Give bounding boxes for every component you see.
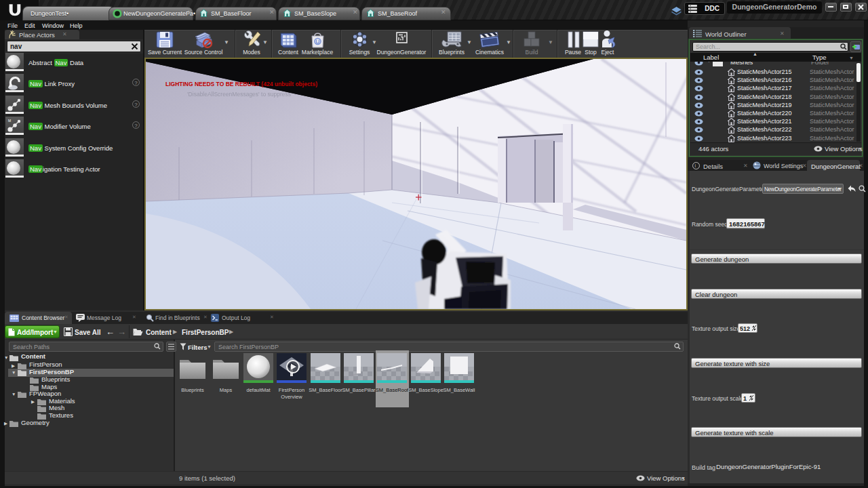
svg-text:M: M (8, 119, 11, 123)
svg-text:i: i (694, 163, 696, 168)
